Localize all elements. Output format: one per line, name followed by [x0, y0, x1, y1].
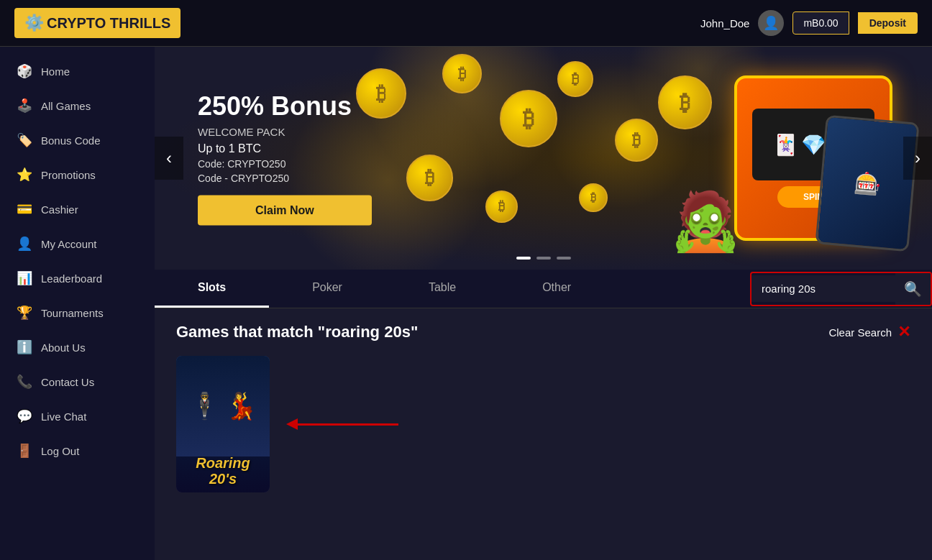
game-card-container: 🕴️ 💃 Roaring 20's: [176, 356, 270, 492]
bonus-title: 250% Bonus: [198, 91, 372, 121]
claim-now-button[interactable]: Claim Now: [198, 196, 372, 226]
zombie-decoration: 🧟: [670, 188, 741, 255]
header: ⚙️ CRYPTO THRILLS John_Doe 👤 mB0.00 Depo…: [0, 0, 932, 47]
section-header: Games that match "roaring 20s" Clear Sea…: [176, 323, 910, 341]
sidebar-label-all-games: All Games: [41, 100, 91, 112]
contact-us-icon: 📞: [17, 374, 32, 390]
tab-table[interactable]: Table: [385, 270, 499, 308]
sidebar-item-contact-us[interactable]: 📞 Contact Us: [0, 364, 155, 399]
banner-prev-button[interactable]: ‹: [155, 137, 183, 180]
game-title-line2: 20's: [176, 471, 270, 487]
banner-dot-1[interactable]: [516, 257, 531, 260]
tab-slots[interactable]: Slots: [155, 270, 269, 308]
sidebar-label-leaderboard: Leaderboard: [41, 272, 102, 285]
deposit-button[interactable]: Deposit: [858, 12, 918, 34]
game-card-title-block: Roaring 20's: [176, 455, 270, 487]
banner-dot-3[interactable]: [557, 257, 571, 260]
sidebar-label-log-out: Log Out: [41, 445, 79, 457]
clear-search-icon: ✕: [897, 323, 910, 341]
coin-decoration-5: ₿: [406, 155, 453, 201]
tournaments-icon: 🏆: [17, 305, 32, 321]
all-games-icon: 🕹️: [17, 98, 32, 114]
search-input[interactable]: [751, 275, 895, 302]
banner-slots-graphic: 🧟 🃏💎⭐ SPIN 🎰: [659, 54, 910, 262]
game-card-art: 🕴️ 💃: [176, 356, 270, 456]
btc-amount-label: Up to 1 BTC: [198, 142, 372, 155]
promotions-icon: ⭐: [17, 167, 32, 183]
game-tabs-bar: Slots Poker Table Other 🔍: [155, 270, 932, 308]
coin-decoration-7: ₿: [615, 119, 658, 162]
my-account-icon: 👤: [17, 236, 32, 252]
sidebar-label-live-chat: Live Chat: [41, 410, 86, 423]
main-layout: 🎲 Home 🕹️ All Games 🏷️ Bonus Code ⭐ Prom…: [0, 47, 932, 560]
clear-search-button[interactable]: Clear Search ✕: [828, 323, 910, 341]
search-button[interactable]: 🔍: [895, 273, 931, 305]
banner-dot-2[interactable]: [536, 257, 551, 260]
tab-other[interactable]: Other: [499, 270, 614, 308]
sidebar-label-cashier: Cashier: [41, 203, 78, 216]
character-woman: 💃: [225, 391, 257, 421]
arrow-head: [286, 418, 298, 430]
game-card-inner: 🕴️ 💃 Roaring 20's: [176, 356, 270, 492]
clear-search-label: Clear Search: [828, 326, 892, 339]
banner-text-block: 250% Bonus WELCOME PACK Up to 1 BTC Code…: [198, 91, 372, 226]
coin-decoration-6: ₿: [485, 191, 518, 223]
bonus-code-icon: 🏷️: [17, 132, 32, 148]
coin-decoration-2: ₿: [442, 54, 482, 93]
coin-decoration-4: ₿: [557, 61, 593, 97]
logo-text: CRYPTO THRILLS: [47, 15, 170, 32]
sidebar-label-tournaments: Tournaments: [41, 307, 104, 319]
header-right: John_Doe 👤 mB0.00 Deposit: [700, 10, 918, 36]
sidebar-item-my-account[interactable]: 👤 My Account: [0, 226, 155, 261]
sidebar-item-about-us[interactable]: ℹ️ About Us: [0, 330, 155, 364]
sidebar-item-all-games[interactable]: 🕹️ All Games: [0, 88, 155, 123]
banner-dots: [516, 257, 571, 260]
cashier-icon: 💳: [17, 201, 32, 217]
games-section: Games that match "roaring 20s" Clear Sea…: [155, 308, 932, 560]
sidebar: 🎲 Home 🕹️ All Games 🏷️ Bonus Code ⭐ Prom…: [0, 47, 155, 560]
username-label: John_Doe: [700, 17, 749, 29]
sidebar-label-home: Home: [41, 65, 70, 78]
sidebar-label-bonus-code: Bonus Code: [41, 134, 101, 147]
logo-icon: ⚙️: [24, 14, 44, 32]
search-box: 🔍: [750, 272, 932, 306]
sidebar-item-bonus-code[interactable]: 🏷️ Bonus Code: [0, 123, 155, 157]
sidebar-item-leaderboard[interactable]: 📊 Leaderboard: [0, 261, 155, 295]
sidebar-item-tournaments[interactable]: 🏆 Tournaments: [0, 295, 155, 330]
character-man: 🕴️: [188, 391, 221, 421]
about-us-icon: ℹ️: [17, 339, 32, 355]
phone-device-graphic: 🎰: [815, 115, 919, 252]
logo[interactable]: ⚙️ CRYPTO THRILLS: [14, 8, 181, 38]
sidebar-item-promotions[interactable]: ⭐ Promotions: [0, 157, 155, 192]
section-title: Games that match "roaring 20s": [176, 323, 418, 341]
content-area: ₿ ₿ ₿ ₿ ₿ ₿ ₿ ₿ ₿ 250% Bonus WELCOME PAC…: [155, 47, 932, 560]
coin-decoration-9: ₿: [579, 183, 608, 212]
promo-banner: ₿ ₿ ₿ ₿ ₿ ₿ ₿ ₿ ₿ 250% Bonus WELCOME PAC…: [155, 47, 932, 270]
arrow-line: [298, 423, 398, 426]
sidebar-item-log-out[interactable]: 🚪 Log Out: [0, 433, 155, 468]
sidebar-label-contact-us: Contact Us: [41, 376, 94, 388]
avatar[interactable]: 👤: [758, 10, 784, 36]
balance-button[interactable]: mB0.00: [792, 12, 849, 35]
arrow-indicator: [288, 418, 398, 430]
sidebar-label-my-account: My Account: [41, 238, 97, 250]
code-line1: Code: CRYPTO250: [198, 158, 372, 170]
home-icon: 🎲: [17, 63, 32, 79]
tab-poker[interactable]: Poker: [269, 270, 385, 308]
welcome-pack-label: WELCOME PACK: [198, 126, 372, 138]
sidebar-label-promotions: Promotions: [41, 169, 96, 181]
game-card-roaring-20s[interactable]: 🕴️ 💃 Roaring 20's: [176, 356, 270, 492]
banner-next-button[interactable]: ›: [903, 137, 932, 180]
sidebar-label-about-us: About Us: [41, 341, 86, 354]
sidebar-item-live-chat[interactable]: 💬 Live Chat: [0, 399, 155, 433]
sidebar-item-cashier[interactable]: 💳 Cashier: [0, 192, 155, 226]
live-chat-icon: 💬: [17, 408, 32, 424]
games-grid: 🕴️ 💃 Roaring 20's: [176, 356, 910, 492]
coin-decoration-3: ₿: [500, 90, 557, 147]
sidebar-item-home[interactable]: 🎲 Home: [0, 54, 155, 88]
game-title-line1: Roaring: [176, 455, 270, 471]
leaderboard-icon: 📊: [17, 270, 32, 286]
log-out-icon: 🚪: [17, 443, 32, 459]
code-line2: Code - CRYPTO250: [198, 173, 372, 184]
